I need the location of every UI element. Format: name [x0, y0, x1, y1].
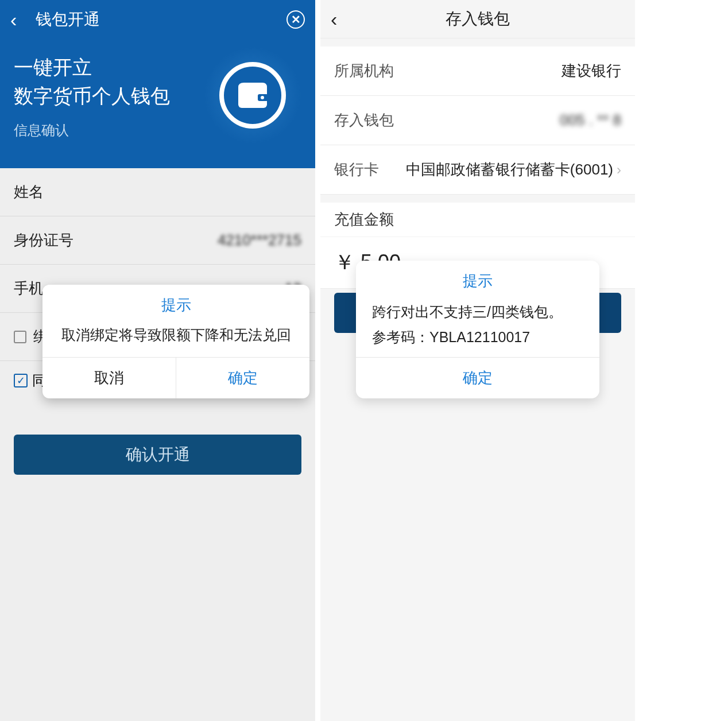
dialog-message: 取消绑定将导致限额下降和无法兑回 — [42, 322, 309, 357]
label-bankcard: 银行卡 — [334, 160, 406, 180]
dialog-buttons: 取消 确定 — [42, 357, 309, 398]
header: ‹ 钱包开通 ✕ — [0, 0, 315, 38]
row-name[interactable]: 姓名 — [0, 168, 315, 216]
ok-button[interactable]: 确定 — [176, 358, 309, 398]
page-title: 钱包开通 — [36, 9, 286, 30]
close-icon[interactable]: ✕ — [286, 10, 305, 29]
hero-banner: 一键开立 数字货币个人钱包 信息确认 — [0, 38, 315, 168]
label-name: 姓名 — [14, 182, 301, 202]
label-id: 身份证号 — [14, 230, 218, 250]
value-bankcard: 中国邮政储蓄银行储蓄卡(6001) — [406, 160, 613, 180]
wallet-glow — [204, 46, 301, 144]
dialog-message: 跨行对出不支持三/四类钱包。 — [356, 298, 599, 328]
value-org: 建设银行 — [562, 61, 621, 81]
screen-deposit: ‹ 存入钱包 所属机构 建设银行 存入钱包 005 . ** 8 银行卡 中国邮… — [320, 0, 635, 721]
alert-dialog: 提示 跨行对出不支持三/四类钱包。 参考码：YBLA12110017 确定 — [356, 261, 599, 398]
header: ‹ 存入钱包 — [320, 0, 635, 38]
wallet-circle — [219, 62, 286, 129]
row-bankcard[interactable]: 银行卡 中国邮政储蓄银行储蓄卡(6001) › — [320, 145, 635, 195]
row-org: 所属机构 建设银行 — [320, 46, 635, 96]
value-id: 4210***2715 — [218, 231, 301, 249]
chevron-right-icon: › — [617, 162, 621, 178]
checkbox-checked-icon[interactable]: ✓ — [14, 374, 28, 387]
value-wallet: 005 . ** 8 — [560, 111, 621, 129]
confirm-open-button[interactable]: 确认开通 — [14, 435, 301, 475]
cancel-button[interactable]: 取消 — [42, 358, 176, 398]
row-wallet: 存入钱包 005 . ** 8 — [320, 96, 635, 145]
screen-wallet-open: ‹ 钱包开通 ✕ 一键开立 数字货币个人钱包 信息确认 姓名 身份证号 4210… — [0, 0, 315, 721]
ok-button[interactable]: 确定 — [356, 357, 599, 398]
svg-point-2 — [261, 96, 264, 99]
label-org: 所属机构 — [334, 61, 562, 81]
dialog-title: 提示 — [356, 261, 599, 298]
page-title: 存入钱包 — [346, 8, 610, 30]
alert-dialog: 提示 取消绑定将导致限额下降和无法兑回 取消 确定 — [42, 285, 309, 398]
dialog-title: 提示 — [42, 285, 309, 322]
back-icon[interactable]: ‹ — [10, 10, 25, 29]
row-id[interactable]: 身份证号 4210***2715 — [0, 216, 315, 265]
checkbox-icon[interactable] — [14, 331, 26, 343]
wallet-icon — [237, 82, 268, 109]
amount-label: 充值金额 — [320, 203, 635, 237]
dialog-ref-code: 参考码：YBLA12110017 — [356, 328, 599, 357]
label-wallet: 存入钱包 — [334, 110, 560, 130]
back-icon[interactable]: ‹ — [331, 9, 346, 29]
